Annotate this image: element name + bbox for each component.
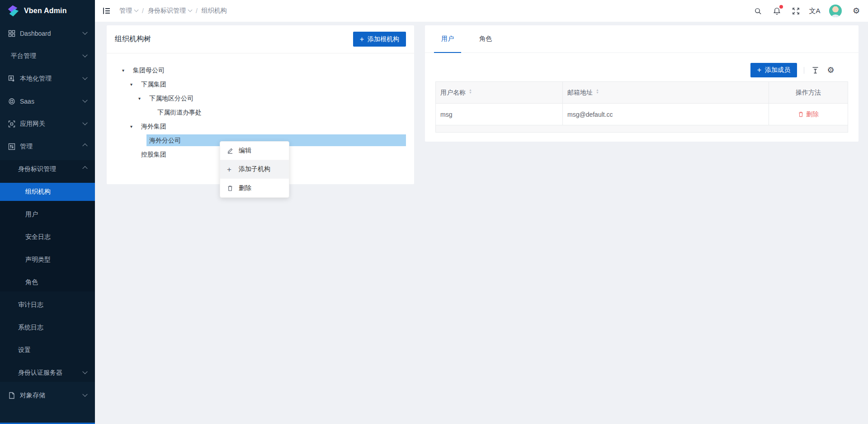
delete-member-button[interactable]: 删除 [798,110,819,119]
sidebar-menu: Dashboard 平台管理 本地化管理 [0,22,95,405]
table-settings-gear-icon[interactable]: ⚙ [826,66,835,75]
app-logo[interactable]: Vben Admin [0,0,95,22]
sort-icons[interactable]: ▲ ▼ [469,90,472,95]
trash-icon [227,185,234,191]
chevron-up-icon [82,166,87,171]
notification-bell-icon[interactable] [772,6,781,15]
tree-caret-icon[interactable]: ▾ [138,96,146,101]
sidebar-item-object-storage[interactable]: 对象存储 [0,386,95,405]
sidebar-item-label: Dashboard [20,30,51,37]
fullscreen-icon[interactable] [791,6,800,15]
tree-node-label[interactable]: 下属街道办事处 [155,106,406,118]
column-header-username[interactable]: 用户名称 ▲ ▼ [436,82,563,103]
row-height-icon[interactable] [811,66,820,75]
tree-caret-icon[interactable]: ▾ [130,82,138,87]
tree-node-label[interactable]: 下属集团 [138,78,406,90]
sidebar-item-localization[interactable]: 本地化管理 [0,70,95,88]
context-menu-label: 编辑 [239,147,251,155]
sidebar-item-label: 管理 [20,143,33,151]
chevron-down-icon [82,98,87,103]
gateway-icon [8,120,16,128]
context-menu-add-child-org[interactable]: + 添加子机构 [220,160,289,179]
submenu-identity: 组织机构 用户 安全日志 声明类型 角色 [0,183,95,291]
members-tabs: 用户 角色 [425,25,859,53]
app-title: Vben Admin [24,7,67,15]
tree-node-street-office[interactable]: 下属街道办事处 [107,106,414,118]
sidebar-item-roles[interactable]: 角色 [0,273,95,291]
sidebar-item-label: 安全日志 [25,233,51,241]
chevron-down-icon [82,30,87,35]
breadcrumb-separator: / [142,7,144,14]
cell-username: msg [436,104,563,125]
table-body: msg msg@default.cc 删除 [436,103,848,125]
tree-node-subsidiary-group[interactable]: ▾ 下属集团 [107,78,414,90]
sidebar-item-settings[interactable]: 设置 [0,341,95,359]
tree-node-overseas-group[interactable]: ▾ 海外集团 [107,120,414,132]
column-header-email[interactable]: 邮箱地址 ▲ ▼ [563,82,769,103]
sidebar-item-gateway[interactable]: 应用网关 [0,115,95,133]
sidebar-item-identity-mgmt[interactable]: 身份标识管理 [0,160,95,178]
sidebar-item-users[interactable]: 用户 [0,205,95,224]
column-label: 操作方法 [796,89,821,97]
sidebar-item-saas[interactable]: Saas [0,92,95,110]
breadcrumb-label: 身份标识管理 [148,7,186,15]
context-menu-label: 删除 [239,184,251,192]
user-avatar[interactable] [829,5,842,17]
tree-node-label[interactable]: 下属地区分公司 [146,92,406,104]
plus-icon: + [360,36,364,43]
sidebar-item-system-log[interactable]: 系统日志 [0,319,95,337]
breadcrumb-item[interactable]: 身份标识管理 [148,7,192,15]
column-label: 用户名称 [440,89,466,97]
tree-node-label[interactable]: 集团母公司 [130,64,406,76]
breadcrumb-item[interactable]: 管理 [119,7,138,15]
settings-gear-icon[interactable]: ⚙ [852,6,861,15]
tab-label: 角色 [479,35,492,43]
tree-node-label[interactable]: 海外集团 [138,120,406,132]
sort-desc-icon[interactable]: ▼ [596,93,599,95]
chevron-down-icon [82,369,87,374]
add-root-org-label: 添加根机构 [368,35,399,43]
sidebar-item-security-log[interactable]: 安全日志 [0,228,95,246]
tree-node-group-parent[interactable]: ▾ 集团母公司 [107,64,414,76]
tree-node-regional-branch[interactable]: ▾ 下属地区分公司 [107,92,414,104]
add-root-org-button[interactable]: + 添加根机构 [353,32,406,47]
sidebar-item-label: 声明类型 [25,256,51,264]
sort-icons[interactable]: ▲ ▼ [596,90,599,95]
sidebar-item-label: 对象存储 [20,391,45,400]
sidebar-item-organizations[interactable]: 组织机构 [0,183,95,201]
chevron-down-icon [82,52,87,57]
saas-icon [8,98,16,105]
members-toolbar: + 添加成员 ⚙ [425,63,859,77]
gear-glyph: ⚙ [827,66,834,74]
sidebar-item-dashboard[interactable]: Dashboard [0,24,95,43]
edit-pencil-icon [227,148,234,154]
sidebar-item-label: 审计日志 [18,301,43,309]
tab-users[interactable]: 用户 [434,25,461,52]
context-menu-edit[interactable]: 编辑 [220,142,289,160]
sidebar-item-management[interactable]: 管理 [0,138,95,156]
search-icon[interactable] [753,6,762,15]
tab-roles[interactable]: 角色 [472,25,499,52]
column-header-actions: 操作方法 [769,82,848,103]
sidebar-item-claim-types[interactable]: 声明类型 [0,251,95,269]
add-member-button[interactable]: + 添加成员 [750,63,797,77]
chevron-down-icon [188,7,192,12]
sidebar-item-label: Saas [20,98,34,105]
breadcrumb-separator: / [196,7,198,14]
breadcrumb-item-current: 组织机构 [202,7,227,15]
add-member-label: 添加成员 [765,66,790,74]
sidebar-item-platform-mgmt[interactable]: 平台管理 [0,47,95,65]
tree-caret-icon[interactable]: ▾ [122,68,130,73]
table-footer-strip [436,125,848,132]
menu-fold-icon[interactable] [102,6,111,15]
sort-desc-icon[interactable]: ▼ [469,93,472,95]
translate-icon[interactable]: 文A [810,6,819,15]
context-menu-delete[interactable]: 删除 [220,179,289,197]
members-panel: 用户 角色 + 添加成员 ⚙ 用户名称 [425,25,859,142]
sidebar-item-label: 身份认证服务器 [18,369,62,377]
sidebar-item-identity-server[interactable]: 身份认证服务器 [0,364,95,382]
sidebar-item-label: 组织机构 [25,188,51,196]
sidebar-item-audit-log[interactable]: 审计日志 [0,296,95,314]
sidebar-item-label: 角色 [25,278,38,286]
tree-caret-icon[interactable]: ▾ [130,124,138,129]
